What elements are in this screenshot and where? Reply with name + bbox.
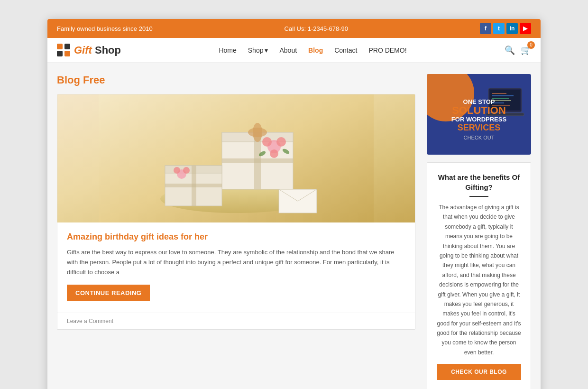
search-icon[interactable]: 🔍	[505, 45, 515, 56]
ad-check-out: CHECK OUT	[451, 135, 506, 140]
blog-post: Amazing birthday gift ideas for her Gift…	[57, 94, 415, 330]
ad-for-wordpress: FOR WORDPRESS	[451, 116, 506, 123]
cart-icon[interactable]: 🛒 0	[521, 45, 531, 56]
nav-item-pro-demo[interactable]: PRO DEMO!	[368, 46, 406, 54]
blog-area: Blog Free	[57, 74, 415, 389]
gift-scene-svg	[57, 94, 415, 222]
sidebar-gifting-widget: What are the benefits Of Gifting? The ad…	[427, 162, 531, 389]
nav-item-contact[interactable]: Contact	[334, 46, 357, 54]
nav-link-blog[interactable]: Blog	[308, 46, 323, 54]
widget-title: What are the benefits Of Gifting?	[437, 172, 521, 192]
sidebar: ONE STOP SOLUTION FOR WORDPRESS SERVICES…	[427, 74, 531, 389]
nav-item-about[interactable]: About	[279, 46, 297, 54]
svg-point-11	[270, 149, 278, 158]
dropdown-arrow: ▾	[265, 46, 268, 54]
svg-point-20	[183, 167, 190, 174]
post-title: Amazing birthday gift ideas for her	[67, 232, 405, 242]
cart-badge: 0	[527, 41, 535, 49]
nav-link-home[interactable]: Home	[219, 46, 236, 54]
ad-services: SERVICES	[451, 123, 506, 133]
browser-window: Family owned business since 2010 Call Us…	[47, 19, 541, 389]
blog-page-title: Blog Free	[57, 74, 415, 86]
widget-divider	[469, 196, 488, 197]
continue-reading-button[interactable]: CONTINUE READING	[67, 285, 150, 301]
post-excerpt: Gifts are the best way to express our lo…	[67, 248, 405, 277]
svg-point-19	[174, 167, 180, 174]
ad-text-container: ONE STOP SOLUTION FOR WORDPRESS SERVICES…	[451, 98, 506, 140]
check-blog-button[interactable]: CHECK OUR BLOG	[437, 364, 521, 380]
svg-point-9	[262, 137, 272, 147]
topbar-center: Call Us: 1-2345-678-90	[285, 25, 348, 32]
linkedin-icon[interactable]: in	[506, 23, 518, 34]
logo-box-1	[57, 44, 63, 49]
logo-gift: Gift	[74, 44, 92, 56]
main-content: Blog Free	[47, 63, 541, 389]
logo-icon	[57, 44, 70, 56]
svg-rect-26	[492, 93, 506, 94]
youtube-icon[interactable]: ▶	[520, 23, 531, 34]
top-bar: Family owned business since 2010 Call Us…	[47, 19, 541, 38]
svg-rect-5	[222, 158, 293, 163]
sidebar-ad[interactable]: ONE STOP SOLUTION FOR WORDPRESS SERVICES…	[427, 74, 531, 155]
post-image	[57, 94, 415, 222]
social-icons: f t in ▶	[480, 23, 531, 34]
nav-item-shop[interactable]: Shop ▾	[248, 46, 268, 54]
nav-right: 🔍 🛒 0	[505, 45, 531, 56]
nav-item-blog[interactable]: Blog	[308, 46, 323, 54]
widget-text: The advantage of giving a gift is that w…	[437, 203, 521, 357]
nav-link-shop[interactable]: Shop ▾	[248, 46, 268, 54]
twitter-icon[interactable]: t	[493, 23, 505, 34]
logo-box-3	[57, 51, 63, 56]
nav-link-contact[interactable]: Contact	[334, 46, 357, 54]
logo-box-4	[64, 51, 70, 56]
nav-item-home[interactable]: Home	[219, 46, 236, 54]
post-body: Amazing birthday gift ideas for her Gift…	[57, 222, 415, 313]
leave-comment[interactable]: Leave a Comment	[57, 313, 415, 329]
topbar-left: Family owned business since 2010	[57, 25, 153, 32]
logo-box-2	[64, 44, 70, 49]
nav-link-about[interactable]: About	[279, 46, 297, 54]
facebook-icon[interactable]: f	[480, 23, 491, 34]
svg-rect-27	[492, 95, 514, 96]
svg-point-7	[253, 123, 262, 142]
ad-solution: SOLUTION	[451, 105, 506, 116]
svg-rect-17	[165, 184, 222, 187]
nav-links: Home Shop ▾ About Blog Contact PRO DEMO!	[219, 46, 406, 54]
logo-text: Gift Shop	[74, 44, 121, 56]
svg-point-10	[276, 137, 286, 147]
logo-shop: Shop	[92, 44, 121, 56]
logo: Gift Shop	[57, 44, 121, 56]
nav-link-pro-demo[interactable]: PRO DEMO!	[368, 46, 406, 54]
navbar: Gift Shop Home Shop ▾ About Blog Contact…	[47, 38, 541, 63]
